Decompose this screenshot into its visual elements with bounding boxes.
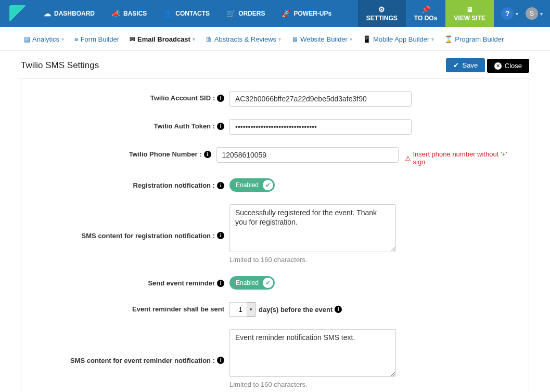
info-icon[interactable]: i (204, 151, 211, 158)
nav-powerups-label: POWER-UPs (293, 10, 331, 17)
row-send-reminder: Send event reminderi Enabled✔ (37, 276, 513, 290)
list-icon: ≡ (74, 35, 79, 43)
nav-orders-label: ORDERS (238, 10, 265, 17)
mobile-icon: 📱 (363, 35, 371, 43)
subnav: ▤Analytics▾ ≡Form Builder ✉Email Broadca… (0, 27, 550, 51)
avatar: S (526, 7, 538, 20)
user-menu[interactable]: S▾ (526, 7, 543, 20)
label-auth-token: Twilio Auth Token : (154, 122, 215, 130)
subnav-form-builder[interactable]: ≡Form Builder (71, 33, 122, 45)
row-auth-token: Twilio Auth Token :i (37, 119, 513, 135)
subnav-mobile-app[interactable]: 📱Mobile App Builder▾ (360, 33, 437, 45)
chevron-down-icon: ▾ (516, 11, 518, 17)
input-auth-token[interactable] (229, 119, 412, 135)
nav-powerups[interactable]: 🚀POWER-UPs (273, 0, 340, 27)
label-reminder-sms: SMS content for event reminder notificat… (70, 357, 215, 364)
nav-todos[interactable]: 📌TO DOs (406, 0, 445, 27)
pin-icon: 📌 (421, 5, 430, 14)
app-logo (9, 5, 26, 22)
reminder-days-stepper[interactable]: ▾ (229, 302, 255, 317)
subnav-program-builder[interactable]: ⌛Program Builder (441, 33, 507, 45)
document-icon: 🗎 (206, 35, 212, 43)
label-reminder-days-post: day(s) before the event (259, 306, 332, 313)
row-phone-number: Twilio Phone Number :i ⚠Insert phone num… (37, 147, 513, 166)
hourglass-icon: ⌛ (444, 35, 453, 43)
monitor-icon: 🖥 (291, 35, 298, 43)
help-icon: ? (501, 7, 514, 20)
chevron-down-icon: ▾ (540, 11, 543, 17)
char-limit-text: Limited to 160 characters. (229, 381, 396, 388)
toggle-registration-notification[interactable]: Enabled✔ (229, 178, 275, 192)
label-registration-notification: Registration notification : (133, 181, 215, 189)
user-icon: 👤 (163, 9, 172, 18)
envelope-icon: ✉ (130, 35, 135, 43)
monitor-icon: 🖥 (466, 5, 474, 14)
nav-settings[interactable]: ⚙SETTINGS (358, 0, 406, 27)
nav-dashboard-label: DASHBOARD (54, 10, 95, 17)
subnav-abstracts[interactable]: 🗎Abstracts & Reviews▾ (202, 33, 284, 45)
chevron-down-icon: ▾ (278, 36, 281, 42)
toggle-send-reminder[interactable]: Enabled✔ (229, 276, 275, 290)
char-limit-text: Limited to 160 characters. (229, 256, 396, 264)
rocket-icon: 🚀 (282, 9, 290, 18)
label-account-sid: Twilio Account SID : (150, 94, 215, 102)
stepper-button[interactable]: ▾ (247, 302, 255, 317)
row-reminder-sms-content: SMS content for event reminder notificat… (37, 329, 513, 388)
chevron-down-icon: ▾ (431, 36, 434, 42)
page-title: Twilio SMS Settings (21, 60, 99, 71)
chevron-down-icon: ▾ (61, 36, 64, 42)
row-registration-notification: Registration notification :i Enabled✔ (37, 178, 513, 192)
row-reminder-days: Event reminder shall be sent ▾ day(s) be… (37, 302, 513, 317)
label-registration-sms: SMS content for registration notificatio… (82, 232, 215, 240)
label-reminder-days: Event reminder shall be sent (132, 305, 224, 313)
nav-todos-label: TO DOs (414, 15, 437, 22)
settings-form: Twilio Account SID :i Twilio Auth Token … (21, 78, 529, 392)
save-button[interactable]: ✔Save (446, 58, 485, 72)
nav-main: ☁DASHBOARD 📣BASICS 👤CONTACTS 🛒ORDERS 🚀PO… (35, 0, 494, 27)
help-menu[interactable]: ?▾ (501, 7, 518, 20)
chart-icon: ▤ (24, 35, 30, 43)
warning-icon: ⚠ (405, 154, 411, 162)
textarea-reminder-sms[interactable] (229, 329, 396, 377)
chevron-down-icon: ▾ (193, 36, 195, 42)
page-header: Twilio SMS Settings ✔Save ✕Close (0, 51, 550, 78)
nav-orders[interactable]: 🛒ORDERS (218, 0, 273, 27)
check-icon: ✔ (263, 278, 273, 288)
info-icon[interactable]: i (217, 182, 224, 189)
input-phone-number[interactable] (216, 147, 399, 163)
nav-settings-label: SETTINGS (366, 15, 398, 22)
check-icon: ✔ (263, 180, 273, 190)
top-navbar: ☁DASHBOARD 📣BASICS 👤CONTACTS 🛒ORDERS 🚀PO… (0, 0, 550, 27)
phone-hint: ⚠Insert phone number without '+' sign (399, 147, 514, 166)
info-icon[interactable]: i (217, 232, 224, 239)
info-icon[interactable]: i (217, 123, 224, 130)
nav-contacts-label: CONTACTS (175, 10, 210, 17)
input-account-sid[interactable] (229, 91, 412, 107)
check-icon: ✔ (453, 61, 459, 69)
nav-right: ?▾ S▾ (494, 0, 550, 27)
close-icon: ✕ (494, 62, 502, 70)
nav-basics-label: BASICS (123, 10, 147, 17)
info-icon[interactable]: i (217, 95, 224, 102)
row-registration-sms-content: SMS content for registration notificatio… (37, 204, 513, 264)
nav-basics[interactable]: 📣BASICS (103, 0, 155, 27)
subnav-email-broadcast[interactable]: ✉Email Broadcast▾ (126, 33, 198, 45)
info-icon[interactable]: i (217, 280, 224, 287)
chevron-down-icon: ▾ (350, 36, 352, 42)
nav-view-site[interactable]: 🖥VIEW SITE (445, 0, 494, 27)
subnav-analytics[interactable]: ▤Analytics▾ (21, 33, 67, 45)
row-account-sid: Twilio Account SID :i (37, 91, 513, 107)
nav-contacts[interactable]: 👤CONTACTS (155, 0, 218, 27)
megaphone-icon: 📣 (111, 9, 120, 18)
dashboard-icon: ☁ (44, 9, 51, 18)
gear-icon: ⚙ (378, 5, 385, 14)
label-send-reminder: Send event reminder (148, 279, 215, 287)
textarea-registration-sms[interactable] (229, 204, 396, 252)
input-reminder-days[interactable] (229, 302, 247, 317)
close-button[interactable]: ✕Close (487, 59, 529, 73)
subnav-website-builder[interactable]: 🖥Website Builder▾ (288, 33, 355, 45)
header-actions: ✔Save ✕Close (446, 58, 529, 73)
nav-dashboard[interactable]: ☁DASHBOARD (35, 0, 103, 27)
info-icon[interactable]: i (335, 306, 342, 313)
info-icon[interactable]: i (217, 357, 224, 364)
